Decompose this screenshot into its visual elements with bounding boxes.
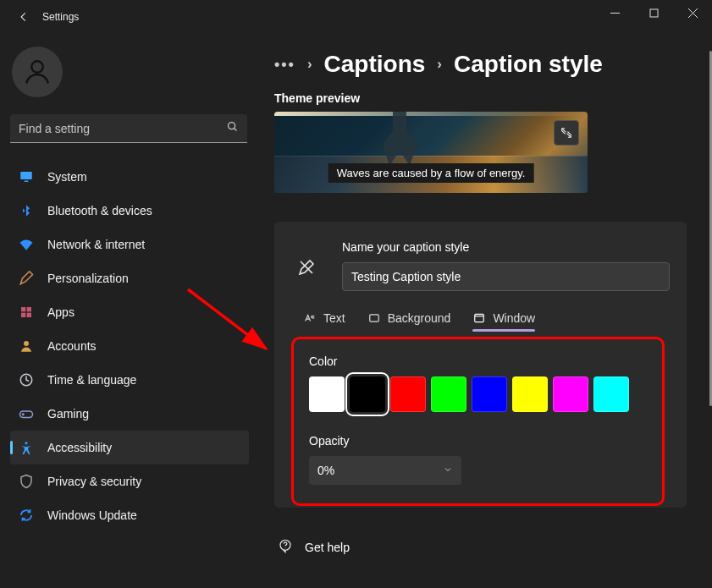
svg-point-3	[229, 123, 235, 129]
sidebar-item-accounts[interactable]: Accounts	[10, 329, 249, 363]
svg-rect-5	[25, 181, 29, 183]
personalize-icon	[296, 257, 322, 283]
svg-rect-7	[27, 307, 31, 311]
svg-rect-6	[21, 307, 25, 311]
accounts-icon	[19, 338, 34, 354]
svg-point-13	[25, 442, 28, 444]
window-color-panel-highlighted: Color Opacity 0%	[291, 337, 665, 506]
search-input[interactable]	[10, 114, 247, 143]
tab-background[interactable]: Background	[367, 311, 451, 332]
text-icon	[303, 311, 317, 325]
get-help-link[interactable]: Get help	[278, 538, 687, 556]
tab-window[interactable]: Window	[472, 311, 535, 332]
minimize-button[interactable]	[595, 0, 634, 25]
opacity-label: Opacity	[309, 434, 647, 448]
title-bar: Settings	[0, 0, 712, 34]
breadcrumb-captions[interactable]: Captions	[324, 51, 426, 78]
tab-text[interactable]: Text	[303, 311, 345, 332]
breadcrumb: ••• › Captions › Caption style	[274, 51, 687, 78]
sidebar-item-network[interactable]: Network & internet	[10, 228, 249, 261]
color-swatch-000000[interactable]	[350, 376, 385, 412]
help-icon	[278, 538, 293, 556]
sidebar-item-gaming[interactable]: Gaming	[10, 397, 249, 431]
chevron-right-icon: ›	[437, 56, 442, 73]
color-swatch-ffffff[interactable]	[309, 376, 345, 412]
color-swatch-ff00ff[interactable]	[553, 376, 588, 412]
svg-rect-15	[475, 314, 484, 321]
back-button[interactable]	[12, 5, 36, 29]
time-language-icon	[19, 372, 34, 387]
breadcrumb-caption-style: Caption style	[454, 51, 603, 78]
caption-style-name-input[interactable]	[342, 262, 670, 291]
bluetooth-icon	[19, 203, 34, 218]
color-swatch-row	[309, 376, 647, 412]
opacity-select[interactable]: 0%	[309, 456, 461, 485]
svg-point-17	[285, 547, 286, 548]
svg-point-10	[24, 341, 29, 346]
color-swatch-00ffff[interactable]	[593, 376, 629, 412]
sidebar-item-personalization[interactable]: Personalization	[10, 261, 249, 295]
color-swatch-00ff00[interactable]	[431, 376, 466, 412]
expand-preview-button[interactable]	[554, 120, 579, 146]
theme-preview-label: Theme preview	[274, 91, 687, 105]
search-input-field[interactable]	[19, 122, 226, 135]
search-icon	[226, 120, 239, 136]
accessibility-icon	[19, 440, 34, 455]
caption-style-card: Name your caption style Text Background …	[274, 222, 687, 508]
svg-point-2	[31, 61, 43, 73]
svg-rect-14	[369, 315, 378, 321]
svg-rect-0	[610, 13, 620, 14]
svg-rect-9	[27, 313, 31, 317]
sidebar-item-system[interactable]: System	[10, 160, 249, 194]
window-title: Settings	[42, 11, 79, 23]
window-icon	[472, 311, 486, 325]
background-icon	[367, 311, 381, 325]
chevron-right-icon: ›	[307, 56, 312, 73]
network-icon	[19, 237, 34, 252]
color-swatch-0000ff[interactable]	[472, 376, 507, 412]
personalization-icon	[19, 271, 34, 286]
maximize-button[interactable]	[634, 0, 673, 25]
theme-preview: Waves are caused by a flow of energy.	[274, 112, 588, 193]
windows-update-icon	[19, 508, 34, 523]
color-swatch-ff0000[interactable]	[390, 376, 426, 412]
apps-icon	[19, 305, 34, 320]
system-icon	[19, 169, 34, 184]
color-label: Color	[309, 354, 647, 368]
svg-rect-4	[20, 172, 32, 179]
sidebar-item-accessibility[interactable]: Accessibility	[10, 431, 249, 464]
breadcrumb-overflow[interactable]: •••	[274, 56, 295, 74]
sidebar-item-privacy[interactable]: Privacy & security	[10, 464, 249, 498]
main-content: ••• › Captions › Caption style Theme pre…	[254, 34, 712, 588]
close-button[interactable]	[673, 0, 712, 25]
chevron-down-icon	[443, 464, 453, 477]
tab-bar: Text Background Window	[291, 311, 670, 332]
privacy-icon	[19, 474, 34, 489]
name-style-label: Name your caption style	[342, 240, 670, 254]
sidebar: SystemBluetooth & devicesNetwork & inter…	[0, 34, 254, 588]
gaming-icon	[19, 406, 34, 421]
sidebar-item-apps[interactable]: Apps	[10, 295, 249, 329]
svg-rect-1	[650, 9, 658, 17]
sidebar-item-time-language[interactable]: Time & language	[10, 363, 249, 397]
sidebar-item-windows-update[interactable]: Windows Update	[10, 498, 249, 532]
opacity-value: 0%	[317, 464, 334, 477]
sidebar-item-bluetooth[interactable]: Bluetooth & devices	[10, 194, 249, 228]
nav-menu: SystemBluetooth & devicesNetwork & inter…	[10, 160, 249, 532]
avatar[interactable]	[12, 47, 63, 97]
svg-rect-8	[21, 313, 25, 317]
preview-caption-text: Waves are caused by a flow of energy.	[328, 163, 534, 183]
color-swatch-ffff00[interactable]	[512, 376, 548, 412]
